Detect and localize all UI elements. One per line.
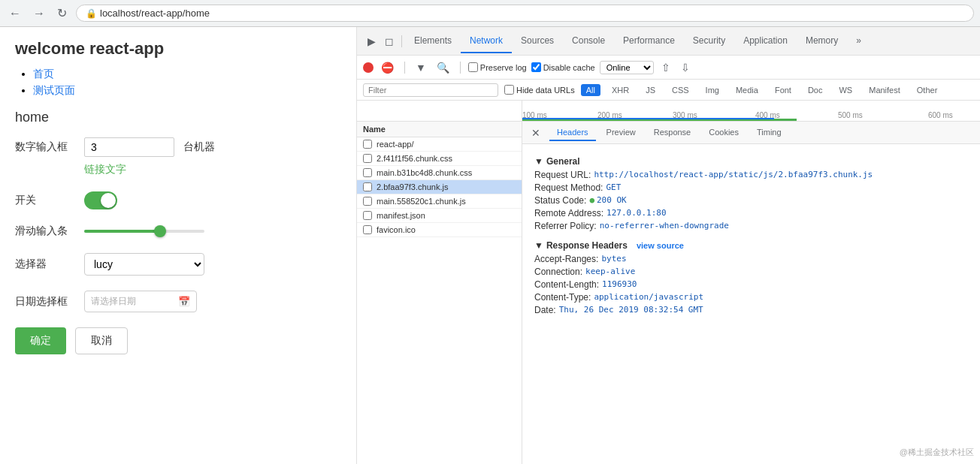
- file-checkbox-4[interactable]: [363, 197, 372, 206]
- filter-manifest[interactable]: Manifest: [864, 84, 906, 96]
- file-checkbox-2[interactable]: [363, 168, 372, 177]
- tab-memory[interactable]: Memory: [797, 29, 847, 53]
- detail-tab-timing[interactable]: Timing: [749, 125, 789, 141]
- content-type-key: Content-Type:: [534, 292, 591, 303]
- nav-link-test[interactable]: 测试页面: [33, 84, 75, 96]
- filter-ws[interactable]: WS: [833, 84, 858, 96]
- tab-network[interactable]: Network: [461, 29, 512, 53]
- file-item-4[interactable]: main.558520c1.chunk.js: [357, 194, 522, 209]
- file-item-6[interactable]: favicon.ico: [357, 223, 522, 237]
- cursor-icon[interactable]: ▶: [363, 32, 380, 50]
- hide-data-urls-label[interactable]: Hide data URLs: [504, 85, 575, 95]
- remote-row: Remote Address: 127.0.0.1:80: [534, 208, 968, 218]
- filter-font[interactable]: Font: [770, 84, 797, 96]
- filter-media[interactable]: Media: [730, 84, 764, 96]
- method-val: GET: [606, 182, 621, 193]
- filter-other[interactable]: Other: [912, 84, 943, 96]
- tab-elements[interactable]: Elements: [405, 29, 461, 53]
- tab-security[interactable]: Security: [684, 29, 734, 53]
- browser-chrome: ← → ↻ 🔒 localhost/react-app/home: [0, 0, 980, 27]
- file-item-0[interactable]: react-app/: [357, 137, 522, 152]
- download-button[interactable]: ⇩: [678, 60, 693, 75]
- main-layout: welcome react-app 首页 测试页面 home 数字输入框 台机器…: [0, 27, 980, 464]
- calendar-icon: 📅: [178, 296, 190, 307]
- search-button[interactable]: 🔍: [434, 60, 452, 75]
- detail-tab-headers[interactable]: Headers: [549, 125, 596, 141]
- file-checkbox-1[interactable]: [363, 154, 372, 163]
- throttle-select[interactable]: Online Fast 3G Slow 3G Offline: [600, 61, 654, 74]
- blue-progress-line: [522, 118, 774, 119]
- response-headers-title: Response Headers: [546, 240, 628, 251]
- filter-all[interactable]: All: [581, 84, 600, 96]
- back-button[interactable]: ←: [6, 5, 24, 22]
- url-text: localhost/react-app/home: [100, 8, 210, 19]
- view-source-button[interactable]: view source: [637, 241, 684, 250]
- slider-thumb[interactable]: [154, 225, 166, 237]
- address-bar[interactable]: 🔒 localhost/react-app/home: [76, 5, 974, 22]
- status-key: Status Code:: [534, 195, 586, 206]
- accept-ranges-val: bytes: [601, 254, 626, 264]
- filter-input[interactable]: [363, 83, 498, 97]
- forward-button[interactable]: →: [30, 5, 48, 22]
- disable-cache-checkbox[interactable]: [531, 62, 541, 72]
- file-checkbox-6[interactable]: [363, 225, 372, 234]
- filter-xhr[interactable]: XHR: [606, 84, 634, 96]
- tab-console[interactable]: Console: [563, 29, 614, 53]
- number-input[interactable]: [84, 137, 174, 157]
- toolbar-divider-2: [460, 62, 461, 74]
- response-arrow: ▼: [534, 240, 543, 251]
- link-text[interactable]: 链接文字: [84, 163, 126, 176]
- close-details-button[interactable]: ✕: [528, 127, 543, 139]
- file-item-3[interactable]: 2.bfaa97f3.chunk.js: [357, 180, 522, 194]
- general-arrow: ▼: [534, 156, 543, 167]
- record-button[interactable]: [363, 62, 374, 73]
- page-title: welcome react-app: [15, 39, 341, 59]
- date-input[interactable]: 请选择日期 📅: [84, 291, 197, 312]
- remote-val: 127.0.0.1:80: [606, 208, 666, 218]
- cancel-button[interactable]: 取消: [75, 327, 128, 354]
- tab-application[interactable]: Application: [734, 29, 797, 53]
- link-row: 链接文字: [84, 163, 341, 176]
- content-type-row: Content-Type: application/javascript: [534, 292, 968, 303]
- file-item-2[interactable]: main.b31bc4d8.chunk.css: [357, 166, 522, 180]
- filter-img[interactable]: Img: [700, 84, 724, 96]
- detail-tab-cookies[interactable]: Cookies: [701, 125, 746, 141]
- refresh-button[interactable]: ↻: [54, 5, 70, 22]
- detail-tab-response[interactable]: Response: [646, 125, 699, 141]
- devtools-tabs: ▶ ◻ Elements Network Sources Console Per…: [357, 27, 980, 56]
- page-content: welcome react-app 首页 测试页面 home 数字输入框 台机器…: [0, 27, 357, 464]
- upload-button[interactable]: ⇧: [658, 60, 673, 75]
- file-checkbox-5[interactable]: [363, 211, 372, 220]
- switch-label: 开关: [15, 194, 75, 207]
- file-item-5[interactable]: manifest.json: [357, 209, 522, 223]
- tab-sources[interactable]: Sources: [512, 29, 563, 53]
- clear-button[interactable]: ⛔: [378, 60, 397, 75]
- filter-js[interactable]: JS: [640, 84, 661, 96]
- nav-link-home[interactable]: 首页: [33, 68, 54, 80]
- filter-doc[interactable]: Doc: [803, 84, 828, 96]
- select-input[interactable]: lucy tom jack: [84, 253, 204, 276]
- file-checkbox-0[interactable]: [363, 140, 372, 149]
- preserve-log-label[interactable]: Preserve log: [468, 62, 527, 72]
- hide-data-urls-checkbox[interactable]: [504, 85, 514, 95]
- referrer-key: Referrer Policy:: [534, 221, 597, 231]
- file-item-1[interactable]: 2.f41f1f56.chunk.css: [357, 152, 522, 166]
- filter-button[interactable]: ▼: [413, 60, 429, 75]
- watermark: @稀土掘金技术社区: [900, 447, 974, 458]
- method-row: Request Method: GET: [534, 182, 968, 193]
- file-name-1: 2.f41f1f56.chunk.css: [377, 154, 452, 163]
- slider-container: [84, 230, 204, 233]
- disable-cache-label[interactable]: Disable cache: [531, 62, 595, 72]
- detail-tab-preview[interactable]: Preview: [599, 125, 643, 141]
- preserve-log-checkbox[interactable]: [468, 62, 478, 72]
- file-checkbox-3[interactable]: [363, 182, 372, 191]
- file-name-0: react-app/: [377, 140, 414, 149]
- toggle-switch[interactable]: [84, 191, 117, 209]
- mobile-icon[interactable]: ◻: [380, 32, 398, 50]
- filter-css[interactable]: CSS: [667, 84, 694, 96]
- toolbar-divider-1: [404, 62, 405, 74]
- tab-performance[interactable]: Performance: [614, 29, 684, 53]
- confirm-button[interactable]: 确定: [15, 327, 66, 354]
- tab-more[interactable]: »: [847, 29, 870, 53]
- general-section-header: ▼ General: [534, 156, 968, 167]
